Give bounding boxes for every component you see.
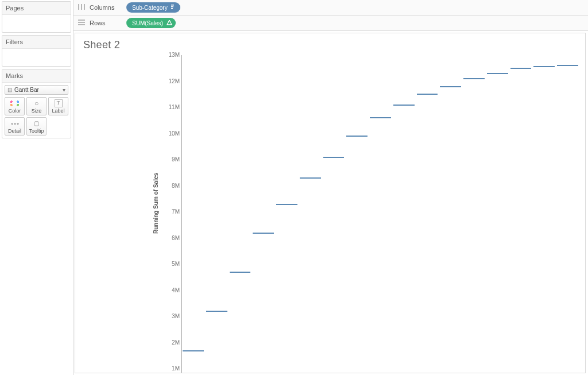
side-panel: Pages Filters Marks ⊟ Gantt Bar ▾ Color … [0, 0, 74, 375]
gantt-mark[interactable] [300, 177, 321, 179]
svg-rect-3 [171, 5, 174, 6]
size-icon [28, 99, 45, 107]
label-icon [50, 99, 67, 107]
sheet-title: Sheet 2 [75, 33, 585, 53]
gantt-mark[interactable] [346, 136, 368, 137]
sort-icon [171, 4, 177, 10]
mark-color-button[interactable]: Color [5, 97, 25, 115]
gantt-mark[interactable] [510, 68, 532, 69]
rows-pill-sum-sales[interactable]: SUM(Sales) [126, 18, 176, 28]
y-tick: 8M [160, 183, 180, 189]
filters-card: Filters [2, 35, 71, 67]
gantt-mark[interactable] [323, 157, 345, 158]
mark-type-dropdown[interactable]: ⊟ Gantt Bar ▾ [5, 85, 68, 95]
rows-icon [74, 19, 90, 28]
color-icon [6, 99, 23, 107]
gantt-mark[interactable] [230, 272, 251, 273]
y-tick: 6M [160, 235, 180, 241]
pages-card: Pages [2, 1, 71, 33]
y-tick: 4M [160, 287, 180, 293]
gantt-mark[interactable] [276, 204, 297, 205]
marks-card: Marks ⊟ Gantt Bar ▾ Color Size Label Det… [2, 69, 71, 138]
pages-title: Pages [2, 2, 71, 15]
filters-shelf[interactable] [2, 49, 71, 66]
y-tick: 5M [160, 261, 180, 267]
columns-label: Columns [90, 4, 122, 11]
y-tick: 7M [160, 208, 180, 215]
y-tick: 9M [160, 156, 180, 163]
gantt-mark[interactable] [370, 117, 391, 118]
y-axis-line [181, 55, 182, 373]
mark-tooltip-button[interactable]: Tooltip [26, 117, 47, 136]
marks-title: Marks [2, 69, 71, 83]
y-tick: 10M [160, 130, 180, 137]
mark-detail-button[interactable]: Detail [5, 117, 25, 136]
tooltip-icon [28, 119, 45, 127]
pages-shelf[interactable] [2, 15, 71, 32]
columns-pill-subcategory[interactable]: Sub-Category [126, 2, 180, 13]
viz-canvas[interactable]: Sheet 2 Running Sum of Sales 0M1M2M3M4M5… [75, 33, 586, 373]
y-axis-label: Running Sum of Sales [153, 169, 159, 238]
rows-shelf[interactable]: Rows SUM(Sales) [74, 16, 588, 31]
gantt-mark[interactable] [393, 105, 415, 106]
gantt-mark[interactable] [183, 350, 204, 351]
gantt-mark[interactable] [533, 66, 555, 67]
gantt-mark[interactable] [487, 73, 508, 74]
svg-rect-5 [171, 8, 173, 9]
gantt-mark[interactable] [417, 94, 438, 95]
y-tick: 12M [160, 78, 180, 84]
mark-size-button[interactable]: Size [26, 97, 47, 115]
gantt-mark[interactable] [206, 311, 227, 312]
chart-area: 0M1M2M3M4M5M6M7M8M9M10M11M12M13M [160, 55, 579, 373]
svg-rect-4 [171, 6, 173, 7]
mark-label-button[interactable]: Label [48, 97, 68, 115]
columns-icon [74, 3, 90, 12]
gantt-mark[interactable] [463, 78, 485, 79]
marks-body: ⊟ Gantt Bar ▾ Color Size Label Detail To… [2, 83, 71, 138]
y-tick: 2M [160, 339, 180, 346]
y-tick: 1M [160, 365, 180, 372]
rows-label: Rows [90, 20, 122, 26]
gantt-mark[interactable] [440, 86, 461, 87]
gantt-icon: ⊟ [7, 87, 12, 93]
mark-type-value: Gantt Bar [14, 87, 39, 93]
chevron-down-icon: ▾ [63, 87, 65, 93]
table-calc-icon [167, 20, 172, 25]
y-tick: 13M [160, 52, 180, 58]
y-tick: 3M [160, 313, 180, 319]
gantt-mark[interactable] [557, 65, 578, 66]
y-tick: 11M [160, 104, 180, 110]
filters-title: Filters [2, 36, 71, 49]
columns-shelf[interactable]: Columns Sub-Category [74, 0, 588, 16]
gantt-mark[interactable] [253, 233, 274, 234]
detail-icon [6, 119, 23, 127]
